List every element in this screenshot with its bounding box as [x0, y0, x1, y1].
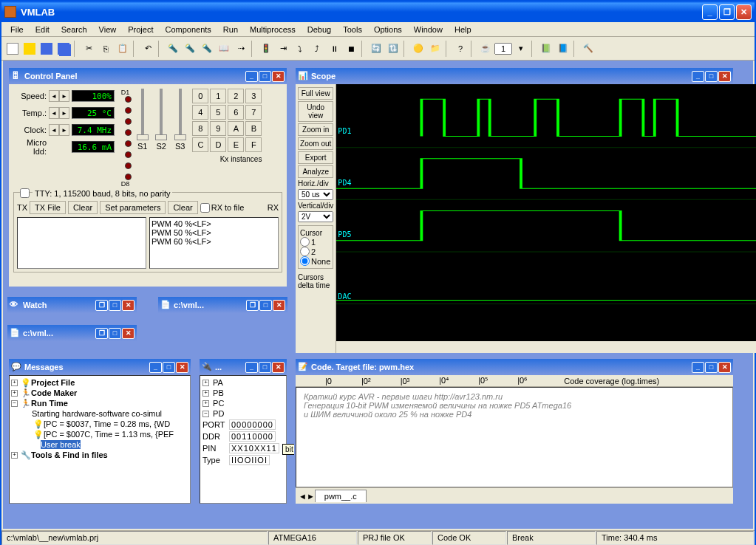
- tb-paste[interactable]: 📋: [115, 41, 131, 57]
- io-close-button[interactable]: ✕: [272, 362, 285, 373]
- tx-file-button[interactable]: TX File: [30, 201, 66, 214]
- key-d[interactable]: D: [210, 137, 226, 152]
- tb-undo[interactable]: ↶: [140, 41, 156, 57]
- tx-clear-button[interactable]: Clear: [68, 201, 98, 214]
- undo-view-button[interactable]: Undo view: [298, 101, 333, 122]
- menu-search[interactable]: Search: [55, 24, 93, 35]
- tab-nav-left[interactable]: ◄: [299, 492, 307, 501]
- code-tab[interactable]: pwm__.c: [315, 490, 367, 502]
- key-2[interactable]: 2: [228, 89, 244, 103]
- cp-close-button[interactable]: ✕: [272, 71, 285, 82]
- key-9[interactable]: 9: [210, 121, 226, 136]
- speed-down[interactable]: ◄: [49, 90, 59, 102]
- scope-min-button[interactable]: _: [692, 71, 704, 82]
- zoom-out-button[interactable]: Zoom out: [298, 137, 333, 150]
- collapse-pd[interactable]: −: [202, 411, 209, 417]
- slider-s1[interactable]: [141, 89, 144, 140]
- msg-close-button[interactable]: ✕: [176, 362, 188, 373]
- analyze-button[interactable]: Analyze: [298, 165, 333, 178]
- key-8[interactable]: 8: [192, 121, 208, 136]
- io-min-button[interactable]: _: [245, 362, 258, 373]
- vml2-max-button[interactable]: □: [109, 328, 121, 339]
- tb-bookmark[interactable]: 📖: [216, 41, 232, 57]
- tb-cut[interactable]: ✂: [81, 41, 97, 57]
- key-6[interactable]: 6: [228, 105, 244, 120]
- vml2-restore-button[interactable]: ❐: [95, 328, 108, 339]
- menu-debug[interactable]: Debug: [302, 24, 337, 35]
- key-7[interactable]: 7: [245, 105, 262, 120]
- tb-breakpoint[interactable]: 🟡: [410, 41, 426, 57]
- temp-up[interactable]: ►: [59, 107, 69, 119]
- key-c[interactable]: C: [192, 137, 208, 152]
- tb-stepover[interactable]: ⤵: [292, 41, 308, 57]
- key-f[interactable]: F: [245, 137, 262, 152]
- speed-up[interactable]: ►: [59, 90, 69, 102]
- menu-edit[interactable]: Edit: [30, 24, 55, 35]
- tb-reload[interactable]: 🔄: [368, 41, 384, 57]
- cursor-none-radio[interactable]: [300, 256, 310, 266]
- tb-pause[interactable]: ⏸: [326, 41, 342, 57]
- tb-open[interactable]: [21, 41, 38, 57]
- tb-book1[interactable]: 📗: [538, 41, 554, 57]
- tb-new[interactable]: [4, 41, 21, 57]
- msg-min-button[interactable]: _: [149, 362, 162, 373]
- msg-max-button[interactable]: □: [163, 362, 175, 373]
- scope-display[interactable]: PD1 PD4 PD5 DAC: [336, 84, 756, 341]
- expand-pc[interactable]: +: [202, 400, 209, 407]
- menu-components[interactable]: Components: [159, 24, 217, 35]
- tb-saveall[interactable]: [55, 41, 72, 57]
- menu-view[interactable]: View: [93, 24, 123, 35]
- expand-pb[interactable]: +: [202, 390, 209, 397]
- key-b[interactable]: B: [245, 121, 262, 136]
- tb-breakpoint2[interactable]: 📁: [427, 41, 443, 57]
- set-params-button[interactable]: Set parameters: [100, 201, 166, 214]
- vml2-close-button[interactable]: ✕: [122, 328, 134, 339]
- tb-goto[interactable]: ⇢: [233, 41, 249, 57]
- horiz-select[interactable]: 50 us: [298, 189, 333, 200]
- port-bits[interactable]: 00000000: [229, 419, 276, 430]
- close-button[interactable]: ✕: [736, 4, 752, 20]
- menu-tools[interactable]: Tools: [337, 24, 368, 35]
- menu-options[interactable]: Options: [368, 24, 408, 35]
- cursor-1-radio[interactable]: [300, 237, 310, 247]
- key-3[interactable]: 3: [245, 89, 262, 103]
- cp-max-button[interactable]: □: [259, 71, 271, 82]
- expand-project-file[interactable]: +: [11, 380, 18, 386]
- clock-down[interactable]: ◄: [49, 124, 59, 136]
- tb-torch[interactable]: 🔦: [165, 41, 181, 57]
- export-button[interactable]: Export: [298, 151, 333, 164]
- code-min-button[interactable]: _: [692, 362, 704, 373]
- menu-help[interactable]: Help: [449, 24, 477, 35]
- cp-min-button[interactable]: _: [245, 71, 258, 82]
- menu-run[interactable]: Run: [217, 24, 244, 35]
- tab-nav-right[interactable]: ►: [307, 492, 315, 501]
- full-view-button[interactable]: Full view: [298, 87, 333, 100]
- menu-window[interactable]: Window: [408, 24, 449, 35]
- tb-cup[interactable]: ☕: [477, 41, 494, 57]
- menu-file[interactable]: File: [4, 24, 30, 35]
- code-max-button[interactable]: □: [705, 362, 718, 373]
- tb-torch3[interactable]: 🔦: [199, 41, 215, 57]
- watch-close-button[interactable]: ✕: [122, 300, 134, 311]
- vml1-max-button[interactable]: □: [259, 300, 272, 311]
- key-4[interactable]: 4: [192, 105, 208, 120]
- expand-code-maker[interactable]: +: [11, 390, 18, 397]
- messages-tree[interactable]: +💡Project File +🏃Code Maker −🏃Run Time S…: [9, 375, 191, 504]
- vml1-restore-button[interactable]: ❐: [246, 300, 259, 311]
- tb-stepout[interactable]: ⤴: [309, 41, 325, 57]
- vml1-close-button[interactable]: ✕: [273, 300, 285, 311]
- zoom-in-button[interactable]: Zoom in: [298, 123, 333, 136]
- ioports-body[interactable]: + PA + PB + PC − PD PORT00000000 DDR0011…: [200, 375, 287, 504]
- clock-up[interactable]: ►: [59, 124, 69, 136]
- collapse-runtime[interactable]: −: [11, 400, 18, 407]
- tb-save[interactable]: [38, 41, 55, 57]
- watch-max-button[interactable]: □: [109, 300, 121, 311]
- scope-scrollbar[interactable]: [336, 341, 756, 353]
- tb-reload2[interactable]: 🔃: [385, 41, 401, 57]
- ddr-bits[interactable]: 00110000: [229, 431, 276, 442]
- pin-bits[interactable]: XX10XX11: [229, 443, 279, 453]
- menu-project[interactable]: Project: [122, 24, 159, 35]
- tb-num-input[interactable]: [494, 43, 512, 55]
- key-5[interactable]: 5: [210, 105, 226, 120]
- rx-to-file-checkbox[interactable]: [200, 203, 210, 213]
